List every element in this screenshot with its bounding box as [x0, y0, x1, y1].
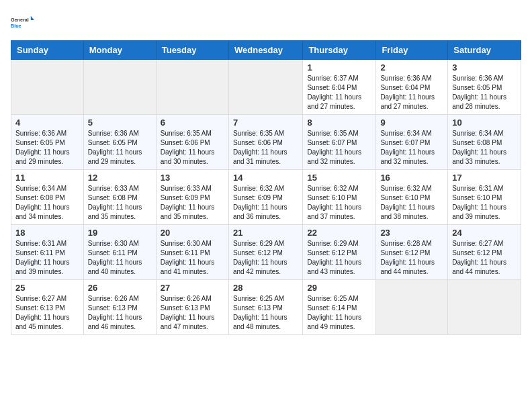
day-cell: 20Sunrise: 6:30 AMSunset: 6:11 PMDayligh… — [156, 225, 228, 280]
sun-info: Sunrise: 6:31 AMSunset: 6:11 PMDaylight:… — [15, 239, 79, 277]
svg-text:General: General — [11, 17, 29, 23]
sun-info: Sunrise: 6:32 AMSunset: 6:10 PMDaylight:… — [307, 184, 371, 222]
day-cell: 4Sunrise: 6:36 AMSunset: 6:05 PMDaylight… — [11, 115, 84, 170]
sun-info: Sunrise: 6:32 AMSunset: 6:09 PMDaylight:… — [233, 184, 298, 222]
day-number: 1 — [307, 62, 371, 73]
week-row-5: 25Sunrise: 6:27 AMSunset: 6:13 PMDayligh… — [11, 280, 521, 335]
day-number: 11 — [15, 173, 79, 183]
day-number: 3 — [452, 62, 517, 73]
week-row-1: 1Sunrise: 6:37 AMSunset: 6:04 PMDaylight… — [11, 60, 521, 115]
day-cell: 22Sunrise: 6:29 AMSunset: 6:12 PMDayligh… — [303, 225, 376, 280]
sun-info: Sunrise: 6:30 AMSunset: 6:11 PMDaylight:… — [88, 239, 152, 277]
day-number: 27 — [161, 283, 224, 293]
day-number: 20 — [161, 228, 224, 238]
day-cell: 13Sunrise: 6:33 AMSunset: 6:09 PMDayligh… — [156, 170, 228, 225]
sun-info: Sunrise: 6:37 AMSunset: 6:04 PMDaylight:… — [307, 74, 371, 111]
day-number: 8 — [307, 118, 371, 128]
sun-info: Sunrise: 6:30 AMSunset: 6:11 PMDaylight:… — [161, 239, 224, 277]
day-cell: 10Sunrise: 6:34 AMSunset: 6:08 PMDayligh… — [448, 115, 521, 170]
sun-info: Sunrise: 6:35 AMSunset: 6:06 PMDaylight:… — [233, 129, 298, 167]
day-number: 22 — [307, 228, 371, 238]
day-number: 19 — [88, 228, 152, 238]
sun-info: Sunrise: 6:28 AMSunset: 6:12 PMDaylight:… — [380, 239, 443, 277]
day-cell — [83, 60, 156, 115]
logo: GeneralBlue — [11, 11, 35, 35]
day-number: 25 — [15, 283, 79, 293]
day-cell: 21Sunrise: 6:29 AMSunset: 6:12 PMDayligh… — [228, 225, 302, 280]
week-row-2: 4Sunrise: 6:36 AMSunset: 6:05 PMDaylight… — [11, 115, 521, 170]
sun-info: Sunrise: 6:33 AMSunset: 6:08 PMDaylight:… — [88, 184, 152, 222]
sun-info: Sunrise: 6:29 AMSunset: 6:12 PMDaylight:… — [307, 239, 371, 277]
weekday-header-monday: Monday — [83, 41, 156, 60]
day-number: 7 — [233, 118, 298, 128]
day-cell: 7Sunrise: 6:35 AMSunset: 6:06 PMDaylight… — [228, 115, 302, 170]
day-cell — [156, 60, 228, 115]
day-number: 28 — [233, 283, 298, 293]
page-header: GeneralBlue — [11, 11, 521, 35]
weekday-header-saturday: Saturday — [448, 41, 521, 60]
sun-info: Sunrise: 6:25 AMSunset: 6:13 PMDaylight:… — [233, 294, 298, 332]
day-cell: 26Sunrise: 6:26 AMSunset: 6:13 PMDayligh… — [83, 280, 156, 335]
sun-info: Sunrise: 6:29 AMSunset: 6:12 PMDaylight:… — [233, 239, 298, 277]
day-cell: 28Sunrise: 6:25 AMSunset: 6:13 PMDayligh… — [228, 280, 302, 335]
sun-info: Sunrise: 6:25 AMSunset: 6:14 PMDaylight:… — [307, 294, 371, 332]
day-number: 29 — [307, 283, 371, 293]
weekday-header-sunday: Sunday — [11, 41, 84, 60]
weekday-header-tuesday: Tuesday — [156, 41, 228, 60]
sun-info: Sunrise: 6:31 AMSunset: 6:10 PMDaylight:… — [452, 184, 517, 222]
day-number: 5 — [88, 118, 152, 128]
sun-info: Sunrise: 6:36 AMSunset: 6:05 PMDaylight:… — [88, 129, 152, 167]
sun-info: Sunrise: 6:35 AMSunset: 6:07 PMDaylight:… — [307, 129, 371, 167]
day-cell: 25Sunrise: 6:27 AMSunset: 6:13 PMDayligh… — [11, 280, 84, 335]
day-number: 13 — [161, 173, 224, 183]
sun-info: Sunrise: 6:36 AMSunset: 6:04 PMDaylight:… — [380, 74, 443, 111]
day-cell: 5Sunrise: 6:36 AMSunset: 6:05 PMDaylight… — [83, 115, 156, 170]
day-cell: 14Sunrise: 6:32 AMSunset: 6:09 PMDayligh… — [228, 170, 302, 225]
day-number: 9 — [380, 118, 443, 128]
week-row-3: 11Sunrise: 6:34 AMSunset: 6:08 PMDayligh… — [11, 170, 521, 225]
svg-marker-2 — [31, 16, 34, 20]
day-cell — [448, 280, 521, 335]
sun-info: Sunrise: 6:35 AMSunset: 6:06 PMDaylight:… — [161, 129, 224, 167]
weekday-header-friday: Friday — [376, 41, 448, 60]
sun-info: Sunrise: 6:27 AMSunset: 6:13 PMDaylight:… — [15, 294, 79, 332]
day-number: 17 — [452, 173, 517, 183]
day-cell: 27Sunrise: 6:26 AMSunset: 6:13 PMDayligh… — [156, 280, 228, 335]
sun-info: Sunrise: 6:36 AMSunset: 6:05 PMDaylight:… — [15, 129, 79, 167]
logo-icon: GeneralBlue — [11, 11, 35, 35]
sun-info: Sunrise: 6:27 AMSunset: 6:12 PMDaylight:… — [452, 239, 517, 277]
day-cell — [228, 60, 302, 115]
day-number: 26 — [88, 283, 152, 293]
sun-info: Sunrise: 6:34 AMSunset: 6:07 PMDaylight:… — [380, 129, 443, 167]
day-number: 12 — [88, 173, 152, 183]
day-cell — [376, 280, 448, 335]
weekday-header-row: SundayMondayTuesdayWednesdayThursdayFrid… — [11, 41, 521, 60]
day-cell: 23Sunrise: 6:28 AMSunset: 6:12 PMDayligh… — [376, 225, 448, 280]
day-number: 6 — [161, 118, 224, 128]
day-cell: 9Sunrise: 6:34 AMSunset: 6:07 PMDaylight… — [376, 115, 448, 170]
sun-info: Sunrise: 6:26 AMSunset: 6:13 PMDaylight:… — [88, 294, 152, 332]
sun-info: Sunrise: 6:34 AMSunset: 6:08 PMDaylight:… — [452, 129, 517, 167]
day-cell: 3Sunrise: 6:36 AMSunset: 6:05 PMDaylight… — [448, 60, 521, 115]
day-cell: 6Sunrise: 6:35 AMSunset: 6:06 PMDaylight… — [156, 115, 228, 170]
day-cell: 2Sunrise: 6:36 AMSunset: 6:04 PMDaylight… — [376, 60, 448, 115]
sun-info: Sunrise: 6:33 AMSunset: 6:09 PMDaylight:… — [161, 184, 224, 222]
weekday-header-thursday: Thursday — [303, 41, 376, 60]
day-number: 2 — [380, 62, 443, 73]
day-number: 23 — [380, 228, 443, 238]
day-number: 18 — [15, 228, 79, 238]
day-cell: 12Sunrise: 6:33 AMSunset: 6:08 PMDayligh… — [83, 170, 156, 225]
sun-info: Sunrise: 6:36 AMSunset: 6:05 PMDaylight:… — [452, 74, 517, 111]
sun-info: Sunrise: 6:34 AMSunset: 6:08 PMDaylight:… — [15, 184, 79, 222]
sun-info: Sunrise: 6:26 AMSunset: 6:13 PMDaylight:… — [161, 294, 224, 332]
svg-text:Blue: Blue — [11, 23, 21, 29]
day-cell — [11, 60, 84, 115]
calendar-table: SundayMondayTuesdayWednesdayThursdayFrid… — [11, 40, 521, 335]
day-cell: 1Sunrise: 6:37 AMSunset: 6:04 PMDaylight… — [303, 60, 376, 115]
day-cell: 29Sunrise: 6:25 AMSunset: 6:14 PMDayligh… — [303, 280, 376, 335]
sun-info: Sunrise: 6:32 AMSunset: 6:10 PMDaylight:… — [380, 184, 443, 222]
day-number: 14 — [233, 173, 298, 183]
weekday-header-wednesday: Wednesday — [228, 41, 302, 60]
day-number: 21 — [233, 228, 298, 238]
day-cell: 24Sunrise: 6:27 AMSunset: 6:12 PMDayligh… — [448, 225, 521, 280]
